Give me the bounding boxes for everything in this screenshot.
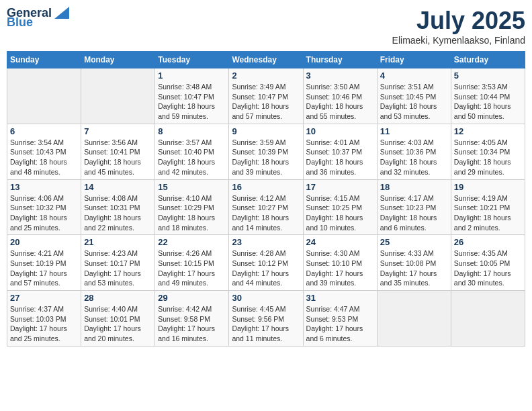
title-block: July 2025 Elimaeki, Kymenlaakso, Finland [392, 7, 525, 46]
calendar-cell: 23Sunrise: 4:28 AM Sunset: 10:12 PM Dayl… [229, 235, 303, 291]
day-number: 30 [232, 293, 300, 303]
day-number: 23 [232, 237, 300, 247]
calendar-header-row: Sunday Monday Tuesday Wednesday Thursday… [7, 52, 525, 68]
header-saturday: Saturday [451, 52, 525, 68]
calendar-cell: 25Sunrise: 4:33 AM Sunset: 10:08 PM Dayl… [377, 235, 451, 291]
day-info: Sunrise: 4:35 AM Sunset: 10:05 PM Daylig… [454, 248, 522, 288]
day-info: Sunrise: 4:10 AM Sunset: 10:29 PM Daylig… [158, 193, 226, 233]
calendar-cell: 27Sunrise: 4:37 AM Sunset: 10:03 PM Dayl… [7, 291, 81, 347]
day-number: 14 [84, 182, 152, 192]
page-header: General Blue July 2025 Elimaeki, Kymenla… [7, 7, 525, 46]
calendar-row-5: 27Sunrise: 4:37 AM Sunset: 10:03 PM Dayl… [7, 291, 525, 347]
day-info: Sunrise: 4:37 AM Sunset: 10:03 PM Daylig… [10, 304, 78, 344]
day-number: 20 [10, 237, 78, 247]
day-number: 11 [380, 126, 448, 136]
day-info: Sunrise: 4:33 AM Sunset: 10:08 PM Daylig… [380, 248, 448, 288]
day-number: 3 [306, 71, 374, 81]
day-number: 10 [306, 126, 374, 136]
logo-icon [54, 7, 69, 19]
day-number: 15 [158, 182, 226, 192]
day-info: Sunrise: 3:57 AM Sunset: 10:40 PM Daylig… [158, 138, 226, 177]
day-info: Sunrise: 3:48 AM Sunset: 10:47 PM Daylig… [158, 82, 226, 122]
calendar-cell: 19Sunrise: 4:19 AM Sunset: 10:21 PM Dayl… [451, 179, 525, 235]
day-info: Sunrise: 4:15 AM Sunset: 10:25 PM Daylig… [306, 193, 374, 233]
calendar-cell: 1Sunrise: 3:48 AM Sunset: 10:47 PM Dayli… [155, 68, 229, 124]
calendar-cell: 29Sunrise: 4:42 AM Sunset: 9:58 PM Dayli… [155, 291, 229, 347]
day-number: 7 [84, 126, 152, 136]
day-info: Sunrise: 4:08 AM Sunset: 10:31 PM Daylig… [84, 193, 152, 233]
day-info: Sunrise: 4:23 AM Sunset: 10:17 PM Daylig… [84, 248, 152, 288]
day-info: Sunrise: 4:28 AM Sunset: 10:12 PM Daylig… [232, 248, 300, 288]
location-title: Elimaeki, Kymenlaakso, Finland [392, 35, 525, 46]
calendar-cell: 16Sunrise: 4:12 AM Sunset: 10:27 PM Dayl… [229, 179, 303, 235]
calendar-cell: 17Sunrise: 4:15 AM Sunset: 10:25 PM Dayl… [303, 179, 377, 235]
day-info: Sunrise: 4:01 AM Sunset: 10:37 PM Daylig… [306, 138, 374, 177]
header-tuesday: Tuesday [155, 52, 229, 68]
day-number: 18 [380, 182, 448, 192]
calendar-cell: 5Sunrise: 3:53 AM Sunset: 10:44 PM Dayli… [451, 68, 525, 124]
day-info: Sunrise: 4:19 AM Sunset: 10:21 PM Daylig… [454, 193, 522, 233]
calendar-table: Sunday Monday Tuesday Wednesday Thursday… [7, 51, 525, 347]
calendar-cell: 13Sunrise: 4:06 AM Sunset: 10:32 PM Dayl… [7, 179, 81, 235]
day-info: Sunrise: 3:56 AM Sunset: 10:41 PM Daylig… [84, 138, 152, 177]
day-number: 16 [232, 182, 300, 192]
calendar-cell: 2Sunrise: 3:49 AM Sunset: 10:47 PM Dayli… [229, 68, 303, 124]
calendar-cell: 4Sunrise: 3:51 AM Sunset: 10:45 PM Dayli… [377, 68, 451, 124]
day-number: 2 [232, 71, 300, 81]
calendar-cell [7, 68, 81, 124]
calendar-cell: 7Sunrise: 3:56 AM Sunset: 10:41 PM Dayli… [81, 124, 155, 179]
day-info: Sunrise: 4:05 AM Sunset: 10:34 PM Daylig… [454, 138, 522, 177]
day-info: Sunrise: 4:12 AM Sunset: 10:27 PM Daylig… [232, 193, 300, 233]
calendar-cell: 30Sunrise: 4:45 AM Sunset: 9:56 PM Dayli… [229, 291, 303, 347]
day-info: Sunrise: 3:54 AM Sunset: 10:43 PM Daylig… [10, 138, 78, 177]
day-number: 21 [84, 237, 152, 247]
day-info: Sunrise: 4:06 AM Sunset: 10:32 PM Daylig… [10, 193, 78, 233]
calendar-row-1: 1Sunrise: 3:48 AM Sunset: 10:47 PM Dayli… [7, 68, 525, 124]
calendar-row-4: 20Sunrise: 4:21 AM Sunset: 10:19 PM Dayl… [7, 235, 525, 291]
day-number: 12 [454, 126, 522, 136]
day-number: 28 [84, 293, 152, 303]
day-number: 4 [380, 71, 448, 81]
calendar-cell [377, 291, 451, 347]
calendar-cell: 26Sunrise: 4:35 AM Sunset: 10:05 PM Dayl… [451, 235, 525, 291]
day-info: Sunrise: 4:47 AM Sunset: 9:53 PM Dayligh… [306, 304, 374, 344]
day-info: Sunrise: 4:26 AM Sunset: 10:15 PM Daylig… [158, 248, 226, 288]
day-info: Sunrise: 3:59 AM Sunset: 10:39 PM Daylig… [232, 138, 300, 177]
day-info: Sunrise: 4:21 AM Sunset: 10:19 PM Daylig… [10, 248, 78, 288]
day-info: Sunrise: 4:45 AM Sunset: 9:56 PM Dayligh… [232, 304, 300, 344]
day-number: 24 [306, 237, 374, 247]
day-info: Sunrise: 3:50 AM Sunset: 10:46 PM Daylig… [306, 82, 374, 122]
day-number: 25 [380, 237, 448, 247]
calendar-cell: 8Sunrise: 3:57 AM Sunset: 10:40 PM Dayli… [155, 124, 229, 179]
calendar-cell: 9Sunrise: 3:59 AM Sunset: 10:39 PM Dayli… [229, 124, 303, 179]
day-info: Sunrise: 3:49 AM Sunset: 10:47 PM Daylig… [232, 82, 300, 122]
day-info: Sunrise: 4:03 AM Sunset: 10:36 PM Daylig… [380, 138, 448, 177]
calendar-cell [81, 68, 155, 124]
header-monday: Monday [81, 52, 155, 68]
calendar-cell: 22Sunrise: 4:26 AM Sunset: 10:15 PM Dayl… [155, 235, 229, 291]
day-info: Sunrise: 3:51 AM Sunset: 10:45 PM Daylig… [380, 82, 448, 122]
day-number: 22 [158, 237, 226, 247]
day-number: 29 [158, 293, 226, 303]
header-sunday: Sunday [7, 52, 81, 68]
calendar-cell [451, 291, 525, 347]
day-number: 17 [306, 182, 374, 192]
day-info: Sunrise: 4:17 AM Sunset: 10:23 PM Daylig… [380, 193, 448, 233]
day-info: Sunrise: 3:53 AM Sunset: 10:44 PM Daylig… [454, 82, 522, 122]
logo: General Blue [7, 7, 69, 28]
calendar-row-2: 6Sunrise: 3:54 AM Sunset: 10:43 PM Dayli… [7, 124, 525, 179]
calendar-cell: 12Sunrise: 4:05 AM Sunset: 10:34 PM Dayl… [451, 124, 525, 179]
day-number: 9 [232, 126, 300, 136]
day-number: 13 [10, 182, 78, 192]
calendar-cell: 6Sunrise: 3:54 AM Sunset: 10:43 PM Dayli… [7, 124, 81, 179]
calendar-cell: 24Sunrise: 4:30 AM Sunset: 10:10 PM Dayl… [303, 235, 377, 291]
day-number: 27 [10, 293, 78, 303]
calendar-cell: 10Sunrise: 4:01 AM Sunset: 10:37 PM Dayl… [303, 124, 377, 179]
day-number: 5 [454, 71, 522, 81]
day-number: 26 [454, 237, 522, 247]
svg-marker-0 [54, 7, 69, 19]
calendar-row-3: 13Sunrise: 4:06 AM Sunset: 10:32 PM Dayl… [7, 179, 525, 235]
calendar-cell: 21Sunrise: 4:23 AM Sunset: 10:17 PM Dayl… [81, 235, 155, 291]
day-info: Sunrise: 4:30 AM Sunset: 10:10 PM Daylig… [306, 248, 374, 288]
day-info: Sunrise: 4:40 AM Sunset: 10:01 PM Daylig… [84, 304, 152, 344]
